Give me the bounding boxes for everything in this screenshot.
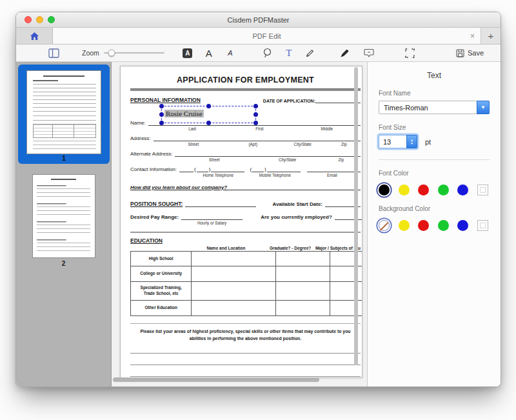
new-tab-button[interactable]: + xyxy=(481,28,501,44)
signature-tool-button[interactable] xyxy=(339,46,352,60)
skills-note: Please list your areas of highest profic… xyxy=(130,328,361,342)
add-text-button[interactable]: A xyxy=(203,46,215,60)
home-button[interactable] xyxy=(16,28,53,44)
fullscreen-window-button[interactable] xyxy=(48,16,55,23)
window-title: Cisdem PDFMaster xyxy=(228,16,290,24)
save-label: Save xyxy=(468,49,484,57)
edu-row-label: High School xyxy=(131,252,192,266)
alternate-address-label: Alternate Address: xyxy=(130,151,172,157)
selected-text-box[interactable]: Rosie Cruise xyxy=(161,106,256,123)
save-button[interactable]: Save xyxy=(456,46,484,60)
resize-handle[interactable] xyxy=(206,121,211,125)
stepper-down-icon: ▼ xyxy=(410,142,413,145)
comment-tool-button[interactable] xyxy=(362,46,375,60)
contact-information-label: Contact Information: xyxy=(130,166,177,172)
font-color-red[interactable] xyxy=(418,185,429,195)
titlebar: Cisdem PDFMaster xyxy=(16,12,501,28)
font-color-yellow[interactable] xyxy=(399,185,410,195)
divider xyxy=(130,323,361,324)
page-1-preview xyxy=(26,70,101,154)
sidebar-toggle-icon xyxy=(48,48,59,58)
font-size-label: Font Size xyxy=(379,124,490,131)
edu-row-label: College or University xyxy=(131,266,192,282)
font-name-label: Font Name xyxy=(379,90,490,97)
resize-handle[interactable] xyxy=(159,104,164,108)
text-tool-button[interactable]: T xyxy=(283,46,295,60)
font-color-green[interactable] xyxy=(438,185,449,195)
background-color-red[interactable] xyxy=(418,220,429,231)
selected-text-value[interactable]: Rosie Cruise xyxy=(164,110,204,117)
close-window-button[interactable] xyxy=(25,16,32,23)
background-color-swatches xyxy=(379,220,490,231)
resize-handle[interactable] xyxy=(253,104,258,108)
font-color-swatches xyxy=(379,185,490,195)
edu-col-header: Graduate? - Degree? xyxy=(265,246,315,250)
pay-range-label: Desired Pay Range: xyxy=(130,214,179,220)
section-personal-information: PERSONAL INFORMATION xyxy=(130,97,201,103)
sublabel: Email xyxy=(304,173,361,177)
crop-corners-icon xyxy=(405,48,415,58)
zoom-slider[interactable] xyxy=(104,52,164,54)
background-color-yellow[interactable] xyxy=(399,220,410,231)
resize-handle[interactable] xyxy=(206,104,211,108)
horizontal-scrollbar[interactable] xyxy=(113,377,319,382)
font-color-custom[interactable] xyxy=(477,185,488,195)
font-size-value: 13 xyxy=(383,138,391,146)
select-area-button[interactable] xyxy=(404,46,417,60)
sublabel: Street xyxy=(175,157,253,162)
font-name-dropdown-button[interactable]: ▼ xyxy=(477,101,490,114)
edit-text-icon: A xyxy=(183,48,192,58)
sublabel: City/State xyxy=(278,142,328,146)
add-text-icon: A xyxy=(206,48,212,59)
comment-icon xyxy=(364,48,374,58)
save-icon xyxy=(456,49,464,57)
edit-text-mode-button[interactable]: A xyxy=(181,46,194,60)
document-title: APPLICATION FOR EMPLOYMENT xyxy=(130,75,361,85)
text-style-button[interactable]: A xyxy=(224,46,237,60)
page-thumbnail-2[interactable]: 2 xyxy=(32,174,95,268)
resize-handle[interactable] xyxy=(253,112,258,117)
vertical-scrollbar[interactable] xyxy=(354,67,358,365)
background-color-custom[interactable] xyxy=(477,220,488,231)
sidebar-toggle-button[interactable] xyxy=(47,46,60,60)
traffic-lights xyxy=(25,12,55,27)
resize-handle[interactable] xyxy=(159,112,164,117)
section-education: EDUCATION xyxy=(130,237,361,244)
background-color-green[interactable] xyxy=(438,220,449,231)
pen-icon xyxy=(340,48,350,58)
zoom-slider-thumb[interactable] xyxy=(108,50,115,57)
education-table: High School College or University Specia… xyxy=(130,251,362,316)
background-color-blue[interactable] xyxy=(457,220,468,231)
currently-employed-label: Are you currently employed? xyxy=(261,214,332,220)
page-number: 2 xyxy=(32,260,95,268)
resize-handle[interactable] xyxy=(159,121,164,125)
write-in-line xyxy=(130,365,361,365)
font-size-input[interactable]: 13 ▲ ▼ xyxy=(379,135,417,148)
address-label: Address: xyxy=(130,135,151,141)
date-of-application-label: DATE OF APPLICATION: xyxy=(263,99,315,103)
font-size-stepper[interactable]: ▲ ▼ xyxy=(406,135,417,148)
minimize-window-button[interactable] xyxy=(36,16,43,23)
name-label: Name: xyxy=(130,120,146,126)
font-name-select[interactable]: Times-Roman ▼ xyxy=(379,101,490,114)
thumbnail-sidebar: 1 2 xyxy=(16,62,112,386)
page-thumbnail-1[interactable]: 1 xyxy=(18,65,110,164)
chevron-down-icon: ▼ xyxy=(481,105,486,110)
toolbar: Zoom A A A T xyxy=(16,45,501,62)
font-color-black[interactable] xyxy=(379,185,390,195)
font-color-blue[interactable] xyxy=(457,185,468,195)
divider xyxy=(130,232,361,234)
page-2-preview xyxy=(32,174,95,258)
tab-pdf-edit[interactable]: PDF Edit × xyxy=(53,28,481,44)
sublabel: City/State xyxy=(253,157,322,162)
font-name-value: Times-Roman xyxy=(384,104,428,112)
shape-tool-button[interactable] xyxy=(261,46,274,60)
write-in-line xyxy=(130,353,361,354)
tab-close-icon[interactable]: × xyxy=(470,32,475,40)
lasso-icon xyxy=(263,48,272,58)
zoom-label: Zoom xyxy=(82,49,99,57)
pay-range-sublabel: Hourly or Salary xyxy=(197,221,226,225)
resize-handle[interactable] xyxy=(253,121,258,125)
background-color-none[interactable] xyxy=(379,220,390,231)
pencil-tool-button[interactable] xyxy=(304,46,317,60)
